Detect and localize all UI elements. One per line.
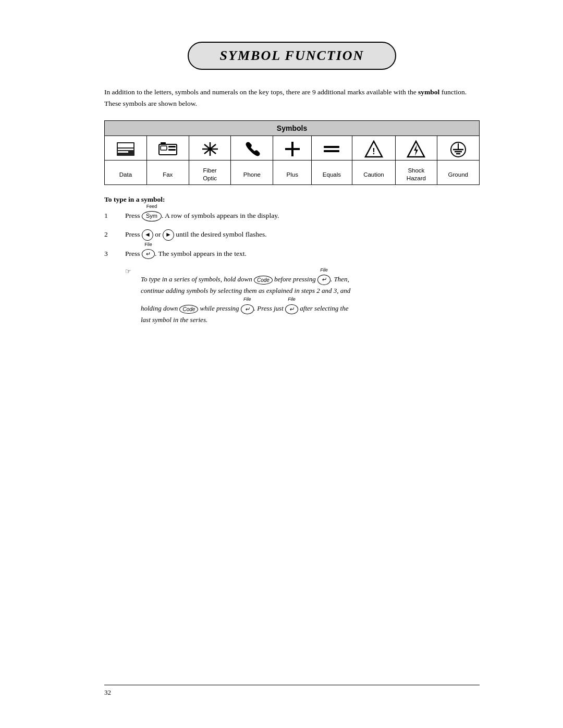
file-enter-key-2[interactable]: ↵ xyxy=(241,304,254,314)
file-enter-key-3[interactable]: ↵ xyxy=(285,304,298,314)
label-caution: Caution xyxy=(352,161,396,185)
label-phone: Phone xyxy=(231,161,273,185)
label-data: Data xyxy=(105,161,147,185)
step-3: 3 Press File ↵ . The symbol appears in t… xyxy=(104,248,480,260)
file-enter-key-2-top: File xyxy=(243,295,251,303)
svg-rect-1 xyxy=(118,143,133,147)
title-container: SYMBOL FUNCTION xyxy=(104,42,480,70)
symbols-icons-row: ! xyxy=(105,136,480,161)
page-title: SYMBOL FUNCTION xyxy=(220,48,364,64)
enter-key-container-3: File ↵ xyxy=(142,248,155,260)
instructions-heading: To type in a symbol: xyxy=(104,195,480,204)
step-2-content: Press ◄ or ► until the desired symbol fl… xyxy=(125,229,480,241)
svg-point-13 xyxy=(209,147,212,151)
note-text: To type in a series of symbols, hold dow… xyxy=(141,267,350,326)
code-key-1[interactable]: Code xyxy=(254,276,273,285)
enter-key-3[interactable]: ↵ xyxy=(142,249,155,259)
label-equals: Equals xyxy=(312,161,352,185)
ground-icon xyxy=(439,140,478,158)
symbols-table: Symbols xyxy=(104,120,480,185)
sym-key-top-label: Feed xyxy=(146,203,157,210)
note-icon: ☞ xyxy=(125,267,141,276)
title-box: SYMBOL FUNCTION xyxy=(188,42,397,70)
symbol-data-cell xyxy=(105,136,147,161)
svg-rect-3 xyxy=(118,151,128,153)
page: SYMBOL FUNCTION In addition to the lette… xyxy=(0,0,563,728)
svg-rect-5 xyxy=(161,146,167,150)
footer-line: 32 xyxy=(104,685,480,697)
symbol-plus-cell xyxy=(273,136,312,161)
right-arrow-key[interactable]: ► xyxy=(163,229,174,241)
svg-rect-17 xyxy=(324,150,339,152)
intro-paragraph: In addition to the letters, symbols and … xyxy=(104,87,480,109)
symbol-phone-cell xyxy=(231,136,273,161)
step-1-content: Press Feed Sym . A row of symbols appear… xyxy=(125,210,480,221)
file-enter-key-3-top: File xyxy=(288,295,296,303)
left-arrow-key[interactable]: ◄ xyxy=(142,229,153,241)
label-ground: Ground xyxy=(437,161,480,185)
table-header: Symbols xyxy=(105,121,480,136)
svg-rect-6 xyxy=(168,146,176,147)
phone-icon xyxy=(233,140,271,158)
svg-rect-7 xyxy=(168,149,176,151)
label-fiberoptic: FiberOptic xyxy=(189,161,231,185)
note-block: ☞ To type in a series of symbols, hold d… xyxy=(125,267,480,326)
caution-icon: ! xyxy=(354,140,394,158)
page-footer: 32 xyxy=(104,685,480,697)
step-2: 2 Press ◄ or ► until the desired symbol … xyxy=(104,229,480,241)
step-1: 1 Press Feed Sym . A row of symbols appe… xyxy=(104,210,480,221)
step-1-num: 1 xyxy=(104,210,125,221)
svg-rect-16 xyxy=(324,146,339,148)
svg-marker-21 xyxy=(414,144,418,156)
file-enter-key-1-container: File↵ xyxy=(317,274,331,285)
label-fax: Fax xyxy=(146,161,189,185)
label-shockhazard: ShockHazard xyxy=(396,161,437,185)
label-plus: Plus xyxy=(273,161,312,185)
plus-icon xyxy=(275,140,309,158)
fiberoptic-icon xyxy=(191,140,229,158)
file-enter-key-2-container: File↵ xyxy=(241,303,254,314)
svg-rect-2 xyxy=(118,149,133,150)
symbol-ground-cell xyxy=(437,136,480,161)
step-2-num: 2 xyxy=(104,229,125,240)
step-3-content: Press File ↵ . The symbol appears in the… xyxy=(125,248,480,260)
file-enter-key-1[interactable]: ↵ xyxy=(317,275,331,285)
shockhazard-icon xyxy=(398,140,434,158)
symbol-caution-cell: ! xyxy=(352,136,396,161)
equals-icon xyxy=(314,144,349,154)
symbol-fax-cell xyxy=(146,136,189,161)
symbol-shockhazard-cell xyxy=(396,136,437,161)
symbols-labels-row: Data Fax FiberOptic Phone Plus Equals Ca… xyxy=(105,161,480,185)
page-number: 32 xyxy=(104,688,111,697)
enter-key-top-label-3: File xyxy=(144,241,152,248)
symbol-equals-cell xyxy=(312,136,352,161)
sym-key-container: Feed Sym xyxy=(142,210,162,221)
data-icon xyxy=(107,141,144,157)
fax-icon xyxy=(149,141,187,157)
file-enter-key-1-top: File xyxy=(320,266,328,274)
file-enter-key-3-container: File↵ xyxy=(285,303,298,314)
svg-text:!: ! xyxy=(372,147,375,156)
sym-key[interactable]: Sym xyxy=(142,211,162,221)
svg-rect-8 xyxy=(161,142,166,145)
symbol-fiberoptic-cell xyxy=(189,136,231,161)
steps-list: 1 Press Feed Sym . A row of symbols appe… xyxy=(104,210,480,259)
step-3-num: 3 xyxy=(104,248,125,260)
code-key-2[interactable]: Code xyxy=(179,305,198,314)
